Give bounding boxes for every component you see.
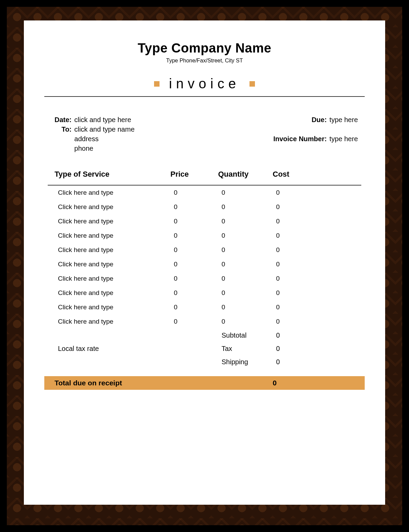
service-cell[interactable]: Click here and type	[58, 318, 174, 325]
table-header-row: Type of Service Price Quantity Cost	[48, 170, 361, 186]
to-phone-field[interactable]: phone	[74, 144, 135, 153]
due-label: Due:	[273, 115, 327, 134]
price-cell[interactable]: 0	[174, 203, 222, 211]
service-cell[interactable]: Click here and type	[58, 218, 174, 225]
total-due-bar: Total due on receipt 0	[44, 376, 365, 390]
company-name[interactable]: Type Company Name	[34, 41, 375, 56]
date-field[interactable]: click and type here	[74, 115, 135, 124]
col-quantity: Quantity	[218, 170, 273, 179]
company-contact-line[interactable]: Type Phone/Fax/Street, City ST	[34, 58, 375, 64]
price-cell[interactable]: 0	[174, 189, 222, 196]
service-cell[interactable]: Click here and type	[58, 304, 174, 311]
cost-cell: 0	[276, 203, 324, 211]
table-row: Click here and type000	[48, 257, 361, 271]
price-cell[interactable]: 0	[174, 289, 222, 297]
cost-cell: 0	[276, 218, 324, 225]
service-cell[interactable]: Click here and type	[58, 246, 174, 254]
quantity-cell[interactable]: 0	[222, 275, 276, 282]
invoice-page: Type Company Name Type Phone/Fax/Street,…	[24, 20, 385, 505]
cost-cell: 0	[276, 261, 324, 268]
subtotal-value: 0	[276, 331, 324, 339]
cost-cell: 0	[276, 318, 324, 325]
meta-section: Date: click and type here To: click and …	[34, 97, 375, 153]
invoice-number-field[interactable]: type here	[330, 134, 358, 153]
cost-cell: 0	[276, 189, 324, 196]
table-row: Click here and type000	[48, 200, 361, 214]
cost-cell: 0	[276, 275, 324, 282]
quantity-cell[interactable]: 0	[222, 304, 276, 311]
local-tax-rate-label[interactable]: Local tax rate	[58, 345, 174, 353]
price-cell[interactable]: 0	[174, 275, 222, 282]
price-cell[interactable]: 0	[174, 218, 222, 225]
table-row: Click here and type000	[48, 314, 361, 329]
shipping-label: Shipping	[222, 358, 276, 366]
line-items-table: Type of Service Price Quantity Cost Clic…	[34, 153, 375, 390]
shipping-value: 0	[276, 358, 324, 366]
invoice-title-text: invoice	[169, 76, 240, 91]
price-cell[interactable]: 0	[174, 246, 222, 254]
quantity-cell[interactable]: 0	[222, 261, 276, 268]
quantity-cell[interactable]: 0	[222, 203, 276, 211]
service-cell[interactable]: Click here and type	[58, 203, 174, 211]
decorative-border: Type Company Name Type Phone/Fax/Street,…	[7, 7, 402, 525]
service-cell[interactable]: Click here and type	[58, 289, 174, 297]
service-cell[interactable]: Click here and type	[58, 261, 174, 268]
invoice-title-row: invoice	[34, 76, 375, 91]
square-ornament-icon	[249, 81, 255, 87]
table-row: Click here and type000	[48, 300, 361, 314]
tax-value: 0	[276, 345, 324, 353]
table-row: Click here and type000	[48, 186, 361, 200]
table-row: Click here and type000	[48, 228, 361, 243]
meta-left: Date: click and type here To: click and …	[55, 115, 135, 153]
table-row: Click here and type000	[48, 286, 361, 300]
table-body: Click here and type000Click here and typ…	[48, 186, 361, 329]
to-label: To:	[55, 125, 72, 134]
price-cell[interactable]: 0	[174, 232, 222, 239]
price-cell[interactable]: 0	[174, 318, 222, 325]
price-cell[interactable]: 0	[174, 261, 222, 268]
total-due-label: Total due on receipt	[55, 379, 273, 387]
table-row: Click here and type000	[48, 271, 361, 286]
service-cell[interactable]: Click here and type	[58, 189, 174, 196]
quantity-cell[interactable]: 0	[222, 246, 276, 254]
tax-label: Tax	[222, 345, 276, 353]
table-row: Click here and type000	[48, 243, 361, 257]
col-cost: Cost	[273, 170, 320, 179]
tax-row: Local tax rate Tax 0	[48, 342, 361, 355]
col-price: Price	[170, 170, 218, 179]
square-ornament-icon	[154, 81, 160, 87]
due-field[interactable]: type here	[330, 115, 358, 134]
quantity-cell[interactable]: 0	[222, 289, 276, 297]
quantity-cell[interactable]: 0	[222, 232, 276, 239]
cost-cell: 0	[276, 246, 324, 254]
col-service: Type of Service	[55, 170, 170, 179]
cost-cell: 0	[276, 289, 324, 297]
subtotal-row: Subtotal 0	[48, 329, 361, 342]
quantity-cell[interactable]: 0	[222, 189, 276, 196]
cost-cell: 0	[276, 304, 324, 311]
subtotal-label: Subtotal	[222, 331, 276, 339]
invoice-number-label: Invoice Number:	[273, 134, 327, 153]
price-cell[interactable]: 0	[174, 304, 222, 311]
shipping-row: Shipping 0	[48, 355, 361, 369]
quantity-cell[interactable]: 0	[222, 218, 276, 225]
service-cell[interactable]: Click here and type	[58, 232, 174, 239]
outer-black-frame: Type Company Name Type Phone/Fax/Street,…	[0, 0, 409, 532]
to-name-field[interactable]: click and type name	[74, 125, 135, 134]
header: Type Company Name Type Phone/Fax/Street,…	[34, 41, 375, 97]
meta-right: Due: type here Invoice Number: type here	[273, 115, 358, 153]
cost-cell: 0	[276, 232, 324, 239]
service-cell[interactable]: Click here and type	[58, 275, 174, 282]
date-label: Date:	[55, 115, 72, 124]
to-address-field[interactable]: address	[74, 134, 135, 143]
table-row: Click here and type000	[48, 214, 361, 228]
total-due-value: 0	[273, 379, 320, 387]
quantity-cell[interactable]: 0	[222, 318, 276, 325]
